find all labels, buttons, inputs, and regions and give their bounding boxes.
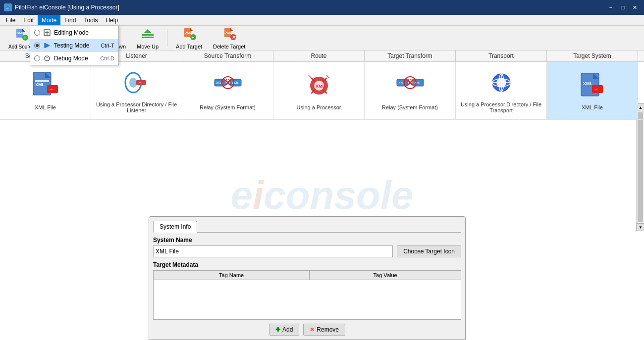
col-target-system: Target System: [547, 50, 638, 61]
add-metadata-button[interactable]: ✚ Add: [269, 324, 299, 336]
svg-marker-3: [45, 43, 50, 48]
remove-icon: ✕: [310, 326, 315, 333]
choose-target-icon-button[interactable]: Choose Target Icon: [397, 245, 461, 257]
svg-text:XML: XML: [17, 32, 24, 35]
delete-target-icon: XML✕: [221, 26, 237, 43]
radio-editing: [34, 30, 40, 36]
mode-dropdown: Editing Mode Testing Mode Ctrl-T Debug M…: [30, 26, 119, 65]
svg-text:XML: XML: [316, 84, 325, 89]
menu-edit[interactable]: Edit: [19, 15, 38, 25]
target-metadata-label: Target Metadata: [153, 261, 461, 268]
cell-route-label: Using a Processor: [297, 104, 341, 110]
menu-tools[interactable]: Tools: [80, 15, 102, 25]
menu-bar: File Edit Mode Find Tools Help Editing M…: [0, 15, 644, 26]
menu-file[interactable]: File: [2, 15, 19, 25]
xml-file-target-icon: XML →: [578, 71, 607, 100]
delete-target-button[interactable]: XML✕ Delete Target: [209, 24, 250, 52]
cell-source-transform[interactable]: XML XML Relay (System Format): [182, 62, 273, 119]
svg-text:XML: XML: [414, 81, 422, 85]
scroll-down-btn[interactable]: ▼: [637, 223, 644, 231]
testing-mode-icon: [43, 42, 51, 49]
menu-find[interactable]: Find: [60, 15, 80, 25]
transport-icon: [486, 68, 516, 97]
editing-mode-icon: [43, 29, 51, 37]
radio-debug: [34, 55, 40, 61]
cell-target-system-label: XML File: [582, 104, 603, 110]
add-target-label: Add Target: [176, 44, 202, 49]
tab-system-info[interactable]: System Info: [153, 221, 197, 233]
dropdown-debug-mode[interactable]: Debug Mode Ctrl-D: [30, 52, 118, 65]
toolbar-sep-2: [167, 29, 167, 47]
add-button-label: Add: [282, 326, 293, 333]
svg-marker-18: [144, 29, 152, 33]
xml-file-source-icon: XML →: [31, 71, 60, 100]
add-target-button[interactable]: XML+ Add Target: [171, 24, 207, 52]
cell-source-system-label: XML File: [35, 104, 56, 110]
choose-target-icon-label: Choose Target Icon: [403, 248, 455, 255]
menu-help[interactable]: Help: [102, 15, 122, 25]
system-name-label: System Name: [153, 237, 461, 243]
cell-target-transform[interactable]: XML XML Relay (System Format): [365, 62, 456, 119]
title-bar: 🐟 PilotFish eiConsole [Using a Processor…: [0, 0, 644, 15]
svg-marker-7: [22, 29, 25, 32]
action-row: ✚ Add ✕ Remove: [153, 324, 461, 336]
cell-route[interactable]: XML Using a Processor: [273, 62, 365, 119]
col-route: Route: [273, 50, 365, 61]
col-tag-value: Tag Value: [310, 271, 461, 280]
add-icon: ✚: [275, 326, 280, 333]
svg-text:+: +: [24, 35, 27, 41]
remove-button-label: Remove: [317, 326, 339, 333]
svg-text:+: +: [191, 35, 194, 40]
svg-text:→: →: [593, 86, 598, 92]
close-button[interactable]: ✕: [629, 2, 640, 13]
svg-point-38: [129, 78, 137, 88]
svg-text:✕: ✕: [232, 35, 236, 40]
delete-target-label: Delete Target: [213, 44, 245, 49]
pipeline-row: XML → XML File → Using a Processor.Direc…: [0, 62, 644, 120]
system-name-input[interactable]: [153, 245, 393, 257]
minimize-button[interactable]: −: [605, 2, 616, 13]
tab-system-info-label: System Info: [160, 223, 191, 230]
svg-text:XML: XML: [225, 31, 232, 34]
maximize-button[interactable]: □: [617, 2, 628, 13]
vertical-scrollbar[interactable]: ▲ ▼: [636, 103, 644, 231]
svg-point-4: [45, 56, 50, 61]
svg-rect-19: [142, 34, 154, 36]
debug-mode-label: Debug Mode: [54, 55, 88, 62]
relay-source-icon: XML XML: [213, 71, 243, 100]
radio-testing: [34, 43, 40, 49]
cell-source-system[interactable]: XML → XML File: [0, 62, 91, 119]
relay-target-icon: XML XML: [395, 71, 425, 100]
system-name-group: System Name Choose Target Icon: [153, 237, 461, 257]
testing-shortcut: Ctrl-T: [101, 43, 115, 49]
svg-text:XML: XML: [185, 31, 192, 34]
cell-source-transform-label: Relay (System Format): [200, 104, 256, 110]
cell-listener-label: Using a Processor.Directory / File Liste…: [95, 101, 178, 113]
metadata-body: [154, 280, 461, 320]
cell-target-system[interactable]: XML → XML File: [547, 62, 638, 119]
remove-metadata-button[interactable]: ✕ Remove: [303, 324, 345, 336]
svg-text:XML: XML: [583, 81, 593, 86]
col-target-transform: Target Transform: [365, 50, 456, 61]
svg-marker-28: [230, 28, 233, 31]
cell-listener[interactable]: → Using a Processor.Directory / File Lis…: [91, 62, 182, 119]
cell-transport[interactable]: Using a Processor.Directory / File Trans…: [456, 62, 547, 119]
metadata-table: Tag Name Tag Value: [153, 270, 461, 320]
dropdown-editing-mode[interactable]: Editing Mode: [30, 26, 118, 39]
bottom-panel: System Info System Name Choose Target Ic…: [149, 216, 466, 340]
col-tag-name: Tag Name: [154, 271, 310, 280]
move-up-button[interactable]: Move Up: [132, 24, 163, 52]
svg-marker-23: [190, 28, 193, 31]
metadata-empty-row: [154, 280, 461, 320]
svg-text:→: →: [138, 80, 142, 85]
dropdown-testing-mode[interactable]: Testing Mode Ctrl-T: [30, 39, 118, 52]
app-icon: 🐟: [4, 3, 12, 11]
col-transport: Transport: [456, 50, 547, 61]
svg-text:XML: XML: [232, 81, 239, 85]
scroll-thumb[interactable]: [638, 112, 643, 222]
processor-icon: XML: [304, 71, 334, 100]
svg-rect-20: [142, 37, 154, 38]
menu-mode[interactable]: Mode: [38, 15, 60, 25]
target-metadata-section: Target Metadata Tag Name Tag Value: [153, 261, 461, 320]
testing-mode-label: Testing Mode: [54, 42, 89, 49]
